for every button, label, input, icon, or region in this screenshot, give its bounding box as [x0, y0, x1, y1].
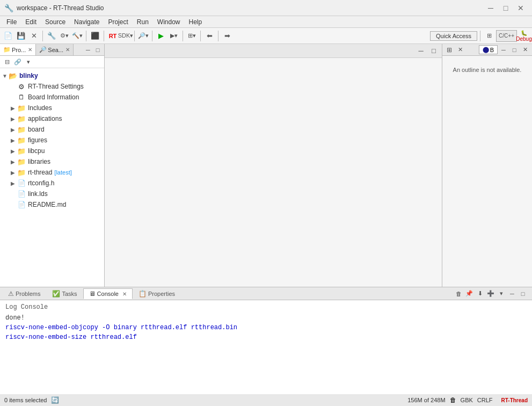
perspective-btn-1[interactable]: ⊞: [483, 30, 495, 42]
console-content: Log Console done! riscv-none-embed-objco…: [0, 300, 532, 394]
board-info-label: Board Information: [28, 93, 79, 101]
close-button[interactable]: ✕: [514, 3, 528, 13]
console-close-icon[interactable]: ✕: [122, 291, 127, 297]
tree-item-applications[interactable]: ▶ 📁 applications: [0, 113, 104, 124]
outline-maximize[interactable]: □: [509, 45, 519, 55]
debug-perspective[interactable]: 🐛 Debug: [518, 30, 530, 42]
includes-label: Includes: [28, 104, 52, 112]
settings-button[interactable]: 🔧: [46, 30, 57, 42]
console-clear-btn[interactable]: 🗑: [454, 289, 463, 299]
editor-minimize[interactable]: ─: [415, 45, 427, 57]
menu-window[interactable]: Window: [153, 17, 185, 27]
c-cpp-perspective[interactable]: C/C++: [496, 30, 517, 42]
rt-thread-icon: 📁: [17, 168, 26, 177]
tree-item-readme[interactable]: 📄 README.md: [0, 199, 104, 210]
menu-run[interactable]: Run: [133, 17, 153, 27]
status-refresh-btn[interactable]: 🔄: [51, 396, 59, 404]
link-editor-button[interactable]: 🔗: [13, 57, 23, 67]
b-tab[interactable]: ⬤ B: [479, 45, 498, 54]
problems-icon: ⚠: [8, 290, 14, 298]
hammer-button[interactable]: 🔨▾: [71, 30, 83, 42]
search-button[interactable]: 🔎▾: [137, 30, 149, 42]
tree-item-rt-settings[interactable]: ⚙ RT-Thread Settings: [0, 81, 104, 92]
layers-button[interactable]: ⊞▾: [186, 30, 198, 42]
minimize-panel-button[interactable]: ─: [84, 46, 92, 54]
menu-navigate[interactable]: Navigate: [70, 17, 104, 27]
tree-item-libcpu[interactable]: ▶ 📁 libcpu: [0, 146, 104, 156]
tab-problems[interactable]: ⚠ Problems: [2, 288, 46, 299]
console-scroll-btn[interactable]: ⬇: [475, 289, 485, 299]
settings2-button[interactable]: ⚙▾: [59, 30, 70, 42]
board-info-icon: 🗒: [17, 93, 26, 102]
console-display-btn[interactable]: ▾: [497, 289, 506, 299]
outline-close[interactable]: ✕: [520, 45, 530, 55]
save-button[interactable]: 💾: [15, 30, 27, 42]
toolbar-sep-6: [183, 31, 183, 41]
rt-thread-button[interactable]: RT: [107, 30, 119, 42]
link-label: link.lds: [28, 190, 48, 198]
tab-properties[interactable]: 📋 Properties: [133, 288, 181, 299]
close-editor-button[interactable]: ✕: [28, 30, 40, 42]
menu-edit[interactable]: Edit: [21, 17, 41, 27]
console-line-2: riscv-none-embed-objcopy -O binary rtthr…: [5, 323, 527, 332]
tab-tasks[interactable]: ✅ Tasks: [46, 288, 83, 299]
rtconfig-label: rtconfig.h: [28, 179, 54, 187]
readme-icon: 📄: [17, 200, 26, 209]
menu-help[interactable]: Help: [185, 17, 207, 27]
tree-item-figures[interactable]: ▶ 📁 figures: [0, 135, 104, 146]
menu-project[interactable]: Project: [104, 17, 132, 27]
tree-item-rt-thread[interactable]: ▶ 📁 rt-thread [latest]: [0, 167, 104, 178]
search-tab[interactable]: Sea...: [48, 47, 63, 53]
console-new-btn[interactable]: ➕: [486, 289, 495, 299]
run-button[interactable]: ▶: [155, 30, 167, 42]
tree-item-libraries[interactable]: ▶ 📁 libraries: [0, 156, 104, 167]
tree-menu-button[interactable]: ▾: [24, 57, 33, 67]
rtconfig-arrow: ▶: [11, 180, 17, 186]
editor-area: ─ □: [105, 44, 442, 287]
includes-icon: 📁: [17, 104, 26, 112]
stop-button[interactable]: ⬛: [89, 30, 101, 42]
project-explorer-tab[interactable]: Pro...: [12, 47, 26, 53]
right-panel-btn-2[interactable]: ✕: [455, 45, 465, 55]
outline-minimize[interactable]: ─: [499, 45, 508, 55]
editor-maximize[interactable]: □: [428, 45, 440, 57]
console-maximize-btn[interactable]: □: [518, 289, 528, 299]
quick-access-button[interactable]: Quick Access: [430, 31, 477, 41]
project-tab-close[interactable]: ✕: [28, 47, 32, 53]
right-panel-btn-1[interactable]: ⊞: [444, 45, 454, 55]
minimize-button[interactable]: ─: [484, 3, 498, 13]
readme-label: README.md: [28, 201, 66, 208]
status-line-ending: CRLF: [477, 397, 493, 403]
maximize-button[interactable]: □: [499, 3, 513, 13]
tree-item-includes[interactable]: ▶ 📁 Includes: [0, 103, 104, 113]
rt-settings-icon: ⚙: [17, 82, 26, 91]
tree-item-root[interactable]: ▼ 📂 blinky: [0, 70, 104, 81]
properties-icon: 📋: [139, 290, 147, 298]
tree-item-rtconfig[interactable]: ▶ 📄 rtconfig.h: [0, 178, 104, 189]
search-tab-close[interactable]: ✕: [65, 47, 70, 53]
includes-arrow: ▶: [11, 105, 17, 111]
toolbar-sep-8: [218, 31, 218, 41]
sdk-button[interactable]: SDK▾: [120, 30, 132, 42]
tree-item-link[interactable]: 📄 link.lds: [0, 189, 104, 199]
tab-console[interactable]: 🖥 Console ✕: [83, 288, 133, 299]
tree-item-board[interactable]: ▶ 📁 board: [0, 124, 104, 135]
run-config-button[interactable]: ▶▾: [168, 30, 180, 42]
status-memory-btn[interactable]: 🗑: [450, 396, 456, 404]
outline-content: An outline is not available.: [442, 56, 532, 287]
libraries-arrow: ▶: [11, 159, 17, 165]
menu-source[interactable]: Source: [41, 17, 70, 27]
new-button[interactable]: 📄: [2, 30, 14, 42]
collapse-all-button[interactable]: ⊟: [2, 57, 12, 67]
status-right: 156M of 248M 🗑 GBK CRLF RT-Thread: [407, 396, 528, 404]
console-line-3: riscv-none-embed-size rtthread.elf: [5, 332, 527, 342]
console-pin-btn[interactable]: 📌: [464, 289, 474, 299]
applications-arrow: ▶: [11, 116, 17, 122]
back-button[interactable]: ⬅: [203, 30, 215, 42]
menu-file[interactable]: File: [2, 17, 21, 27]
rt-thread-label: rt-thread: [28, 169, 52, 176]
console-minimize-btn[interactable]: ─: [507, 289, 517, 299]
maximize-panel-button[interactable]: □: [93, 46, 102, 54]
tree-item-board-info[interactable]: 🗒 Board Information: [0, 92, 104, 103]
forward-button[interactable]: ➡: [221, 30, 233, 42]
